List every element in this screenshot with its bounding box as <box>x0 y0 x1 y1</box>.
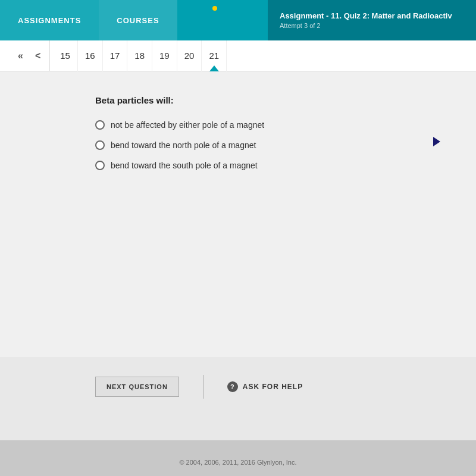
nav-left: ASSIGNMENTS COURSES <box>0 0 177 40</box>
nav-first-button[interactable]: « <box>12 40 29 71</box>
ask-for-help-label: ASK FOR HELP <box>243 383 303 391</box>
footer: © 2004, 2006, 2011, 2016 Glynlyon, Inc. <box>0 447 476 476</box>
next-question-button[interactable]: NEXT QUESTION <box>95 377 179 397</box>
question-num-19[interactable]: 19 <box>152 40 177 71</box>
question-num-21[interactable]: 21 <box>202 40 227 71</box>
nav-separator <box>49 40 50 71</box>
nav-assignments[interactable]: ASSIGNMENTS <box>0 0 99 40</box>
question-num-18[interactable]: 18 <box>127 40 152 71</box>
radio-option-3[interactable] <box>95 161 105 170</box>
question-num-15[interactable]: 15 <box>53 40 78 71</box>
options-list: not be affected by either pole of a magn… <box>95 120 381 170</box>
top-nav: ASSIGNMENTS COURSES Assignment - 11. Qui… <box>0 0 476 40</box>
main-content: Beta particles will: not be affected by … <box>0 71 476 440</box>
action-divider <box>203 375 203 399</box>
question-nav-bar: « < 15 16 17 18 19 20 21 <box>0 40 476 71</box>
assignment-attempt: Attempt 3 of 2 <box>280 22 464 29</box>
assignment-title: Assignment - 11. Quiz 2: Matter and Radi… <box>280 11 464 20</box>
option-item-1[interactable]: not be affected by either pole of a magn… <box>95 120 381 130</box>
option-label-1: not be affected by either pole of a magn… <box>111 120 264 130</box>
question-num-16[interactable]: 16 <box>78 40 103 71</box>
option-item-2[interactable]: bend toward the north pole of a magnet <box>95 140 381 150</box>
cursor-indicator <box>433 137 440 146</box>
option-item-3[interactable]: bend toward the south pole of a magnet <box>95 161 381 170</box>
ask-for-help-button[interactable]: ? ASK FOR HELP <box>227 381 303 392</box>
nav-courses[interactable]: COURSES <box>99 0 177 40</box>
option-label-3: bend toward the south pole of a magnet <box>111 161 258 170</box>
help-icon: ? <box>227 381 238 392</box>
question-text: Beta particles will: <box>95 95 381 105</box>
question-num-17[interactable]: 17 <box>103 40 128 71</box>
radio-option-2[interactable] <box>95 140 105 150</box>
action-bar: NEXT QUESTION ? ASK FOR HELP <box>0 357 476 416</box>
copyright-text: © 2004, 2006, 2011, 2016 Glynlyon, Inc. <box>179 459 296 466</box>
question-area: Beta particles will: not be affected by … <box>0 71 476 357</box>
option-label-2: bend toward the north pole of a magnet <box>111 140 256 150</box>
nav-prev-button[interactable]: < <box>29 40 46 71</box>
question-num-20[interactable]: 20 <box>177 40 202 71</box>
assignment-info: Assignment - 11. Quiz 2: Matter and Radi… <box>268 0 476 40</box>
nav-dot-indicator <box>212 6 217 11</box>
radio-option-1[interactable] <box>95 120 105 130</box>
